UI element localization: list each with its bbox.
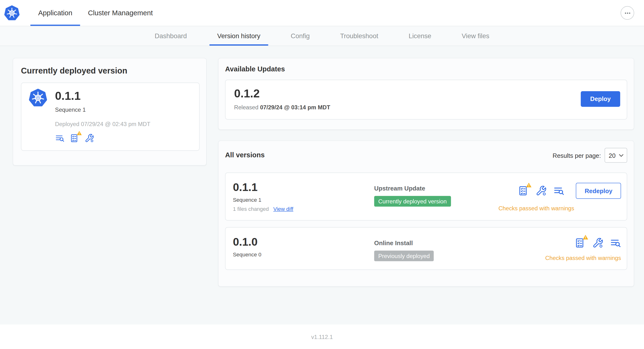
update-released-line: Released07/29/24 @ 03:14 pm MDT — [234, 104, 330, 110]
deploy-logs-icon[interactable] — [554, 185, 564, 196]
redeploy-button[interactable]: Redeploy — [576, 183, 621, 199]
version-row-source: Upstream Update Currently deployed versi… — [374, 181, 451, 212]
version-row-actions: Checks passed with warnings — [545, 236, 621, 262]
row-files-changed-line: 1 files changed View diff — [233, 206, 374, 212]
chevron-down-icon — [619, 154, 624, 156]
current-version-title: Currently deployed version — [21, 66, 200, 76]
ellipsis-icon — [623, 9, 631, 17]
subnav-license[interactable]: License — [393, 26, 446, 46]
right-column: Available Updates 0.1.2 Released07/29/24… — [218, 58, 634, 287]
row-sequence: Sequence 1 — [233, 197, 374, 203]
app-footer: v1.112.1 — [0, 324, 644, 349]
results-per-page-value: 20 — [609, 152, 616, 159]
row-action-icons: Redeploy — [518, 183, 621, 199]
results-per-page-label: Results per page: — [552, 152, 601, 159]
status-badge: Currently deployed version — [374, 196, 451, 207]
subnav-version-history-label: Version history — [217, 32, 260, 40]
subnav-view-files[interactable]: View files — [446, 26, 504, 46]
kubernetes-logo-icon — [4, 5, 20, 21]
version-row-0-1-0: 0.1.0 Sequence 0 Online Install Previous… — [225, 227, 627, 270]
preflight-checks-icon[interactable] — [574, 238, 586, 248]
app-subnav: Dashboard Version history Config Trouble… — [0, 26, 644, 46]
row-version-number: 0.1.1 — [233, 181, 374, 194]
warning-triangle-icon — [526, 182, 532, 188]
status-badge: Previously deployed — [374, 251, 434, 262]
available-updates-card: Available Updates 0.1.2 Released07/29/24… — [218, 58, 634, 130]
all-versions-header: All versions Results per page: 20 — [225, 148, 627, 162]
subnav-dashboard-label: Dashboard — [155, 32, 187, 40]
more-menu-button[interactable] — [620, 6, 634, 20]
row-action-icons — [574, 238, 621, 248]
tab-cluster-management[interactable]: Cluster Management — [80, 0, 161, 26]
app-root: Application Cluster Management Dashboard… — [0, 0, 644, 349]
version-row-0-1-1: 0.1.1 Sequence 1 1 files changed View di… — [225, 172, 627, 220]
results-per-page-select[interactable]: 20 — [604, 148, 627, 162]
row-source-label: Upstream Update — [374, 185, 451, 192]
main-content: Currently deployed version — [0, 46, 644, 325]
row-version-number: 0.1.0 — [233, 236, 374, 248]
all-versions-card: All versions Results per page: 20 — [218, 140, 634, 287]
deployed-version-actions — [55, 134, 150, 143]
update-row: 0.1.2 Released07/29/24 @ 03:14 pm MDT De… — [225, 80, 627, 120]
released-prefix: Released — [234, 104, 258, 110]
row-sequence: Sequence 0 — [233, 251, 374, 258]
files-changed-text: 1 files changed — [233, 206, 269, 212]
app-icon — [29, 89, 47, 143]
checks-status-text: Checks passed with warnings — [498, 205, 574, 212]
current-version-card: Currently deployed version — [13, 58, 206, 166]
version-row-actions: Redeploy Checks passed with warnings — [498, 181, 621, 212]
deploy-logs-icon[interactable] — [55, 134, 65, 143]
version-row-info: 0.1.1 Sequence 1 1 files changed View di… — [233, 181, 374, 212]
version-row-info: 0.1.0 Sequence 0 — [233, 236, 374, 262]
subnav-version-history[interactable]: Version history — [202, 26, 276, 46]
subnav-dashboard[interactable]: Dashboard — [140, 26, 202, 46]
preflight-checks-icon[interactable] — [518, 185, 529, 196]
deployed-timestamp: Deployed 07/29/24 @ 02:43 pm MDT — [55, 121, 150, 128]
tab-application-label: Application — [38, 9, 72, 17]
config-wrench-icon[interactable] — [84, 134, 94, 143]
update-details: 0.1.2 Released07/29/24 @ 03:14 pm MDT — [234, 87, 330, 110]
subnav-config[interactable]: Config — [276, 26, 325, 46]
deploy-logs-icon[interactable] — [610, 238, 621, 248]
deployed-sequence: Sequence 1 — [55, 106, 150, 113]
deployed-version-panel: 0.1.1 Sequence 1 Deployed 07/29/24 @ 02:… — [21, 82, 200, 151]
preflight-checks-icon[interactable] — [70, 134, 80, 143]
version-row-source: Online Install Previously deployed — [374, 236, 434, 262]
kubernetes-logo — [0, 0, 30, 26]
config-wrench-icon[interactable] — [592, 238, 603, 248]
row-source-label: Online Install — [374, 240, 434, 246]
all-versions-title: All versions — [225, 151, 265, 159]
subnav-view-files-label: View files — [462, 32, 489, 40]
tab-application[interactable]: Application — [30, 0, 80, 26]
config-wrench-icon[interactable] — [536, 185, 547, 196]
subnav-troubleshoot-label: Troubleshoot — [340, 32, 378, 40]
deployed-version-details: 0.1.1 Sequence 1 Deployed 07/29/24 @ 02:… — [55, 89, 150, 143]
available-updates-title: Available Updates — [225, 66, 627, 74]
warning-triangle-icon — [76, 130, 82, 136]
deployed-version-number: 0.1.1 — [55, 90, 150, 103]
checks-status-text: Checks passed with warnings — [545, 255, 621, 262]
update-version-number: 0.1.2 — [234, 87, 330, 100]
top-header: Application Cluster Management — [0, 0, 644, 26]
tab-cluster-management-label: Cluster Management — [88, 9, 153, 17]
deploy-button[interactable]: Deploy — [581, 91, 620, 106]
view-diff-link[interactable]: View diff — [273, 206, 293, 212]
subnav-troubleshoot[interactable]: Troubleshoot — [325, 26, 393, 46]
warning-triangle-icon — [582, 235, 588, 240]
subnav-config-label: Config — [291, 32, 310, 40]
kubernetes-app-icon — [29, 89, 47, 107]
results-per-page: Results per page: 20 — [552, 148, 627, 162]
released-date: 07/29/24 @ 03:14 pm MDT — [260, 104, 330, 110]
subnav-license-label: License — [409, 32, 431, 40]
console-version: v1.112.1 — [311, 334, 333, 340]
